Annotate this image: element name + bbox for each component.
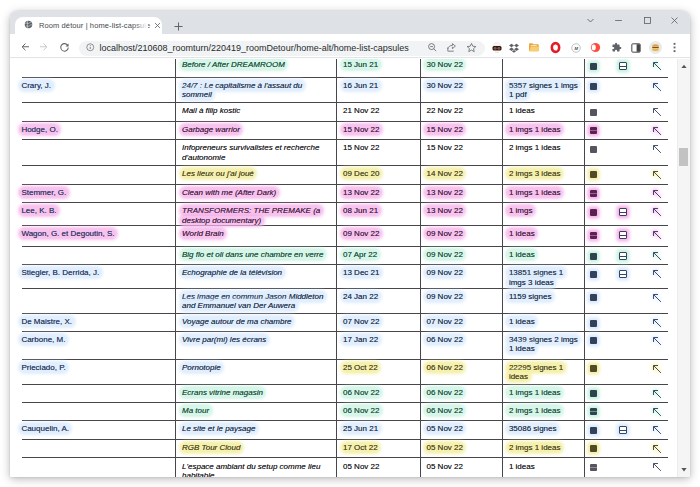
svg-text:M: M bbox=[574, 45, 578, 50]
